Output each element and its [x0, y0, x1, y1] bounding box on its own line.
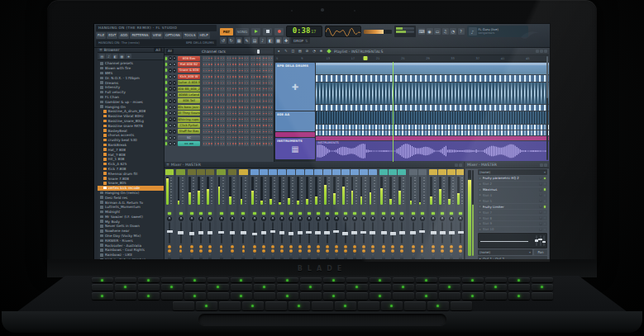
- mixer-strip[interactable]: [360, 169, 368, 263]
- step-cell[interactable]: [246, 62, 249, 67]
- step-cell[interactable]: [220, 74, 222, 79]
- step-cell[interactable]: [217, 92, 220, 97]
- step-cell[interactable]: [259, 123, 261, 128]
- quick-tool-icon-6[interactable]: ◧: [267, 37, 274, 44]
- step-cell[interactable]: [235, 87, 237, 92]
- step-cell[interactable]: [220, 87, 222, 92]
- playlist-track-header[interactable]: 808 AA: [275, 111, 315, 131]
- mixer-strip-color-tab[interactable]: [360, 169, 368, 175]
- play-button[interactable]: [251, 28, 260, 35]
- pattern-clip-row[interactable]: [316, 83, 549, 104]
- channel-pan-knob[interactable]: [169, 124, 172, 128]
- step-cell[interactable]: [253, 141, 255, 146]
- step-cell[interactable]: [211, 62, 213, 67]
- send-knob[interactable]: [335, 249, 338, 253]
- step-cell[interactable]: [217, 80, 220, 85]
- step-cell[interactable]: [229, 92, 231, 97]
- strip-pan-knob[interactable]: [390, 216, 395, 221]
- step-cell[interactable]: [253, 56, 255, 61]
- mixer-strip-color-tab[interactable]: [188, 169, 196, 175]
- step-cell[interactable]: [250, 111, 253, 116]
- step-cell[interactable]: [246, 80, 249, 85]
- step-cell[interactable]: [205, 68, 208, 73]
- mixer-strip[interactable]: [314, 169, 322, 263]
- step-cell[interactable]: [268, 74, 270, 79]
- channel-enable-led[interactable]: [165, 81, 167, 84]
- send-knob[interactable]: [362, 253, 365, 257]
- mixer-strip[interactable]: [447, 169, 456, 263]
- strip-mute-led[interactable]: [382, 212, 385, 215]
- playlist-tool-icon-5[interactable]: ◔: [312, 49, 317, 54]
- strip-volume-fader[interactable]: [432, 222, 434, 244]
- stop-button[interactable]: [263, 28, 272, 35]
- separator-track[interactable]: [316, 136, 549, 140]
- mixer-strip[interactable]: [332, 169, 341, 263]
- step-cell[interactable]: [246, 129, 249, 134]
- step-cell[interactable]: [265, 105, 268, 110]
- step-cell[interactable]: [259, 105, 261, 110]
- step-cell[interactable]: [222, 98, 225, 103]
- step-cell[interactable]: [253, 98, 255, 103]
- send-knob[interactable]: [421, 245, 424, 248]
- send-knob[interactable]: [344, 249, 347, 253]
- step-cell[interactable]: [250, 123, 253, 128]
- step-cell[interactable]: [235, 123, 237, 128]
- mixer-strip-color-tab[interactable]: [176, 169, 184, 175]
- step-cell[interactable]: [246, 117, 249, 122]
- step-cell[interactable]: [214, 135, 217, 140]
- fx-slot-mix-knob[interactable]: [539, 199, 542, 202]
- send-knob[interactable]: [432, 249, 435, 253]
- channel-pan-knob[interactable]: [169, 111, 172, 116]
- step-cell[interactable]: [268, 56, 270, 61]
- mixer-strip-color-tab[interactable]: [260, 169, 268, 175]
- step-cell[interactable]: [232, 105, 235, 110]
- step-cell[interactable]: [208, 62, 210, 67]
- step-cell[interactable]: [270, 80, 273, 85]
- fx-slot-enable-led[interactable]: [544, 217, 546, 220]
- channel-enable-led[interactable]: [165, 111, 167, 115]
- step-cell[interactable]: [232, 98, 235, 103]
- step-cell[interactable]: [270, 129, 273, 134]
- step-cell[interactable]: [229, 80, 231, 85]
- send-knob[interactable]: [344, 253, 347, 257]
- step-cell[interactable]: [227, 135, 229, 140]
- step-cell[interactable]: [208, 105, 210, 110]
- step-cell[interactable]: [268, 92, 270, 97]
- mixer-strip[interactable]: [351, 169, 359, 263]
- send-knob[interactable]: [344, 245, 347, 248]
- step-cell[interactable]: [229, 98, 231, 103]
- send-knob[interactable]: [289, 253, 293, 257]
- mixer-strip[interactable]: [217, 169, 225, 263]
- step-cell[interactable]: [270, 98, 273, 103]
- channel-enable-led[interactable]: [165, 88, 167, 91]
- mixer-strip-color-tab[interactable]: [296, 169, 304, 175]
- step-cell[interactable]: [268, 129, 270, 134]
- menu-view[interactable]: VIEW: [151, 32, 163, 39]
- step-cell[interactable]: [244, 129, 246, 134]
- step-cell[interactable]: [244, 141, 246, 146]
- step-cell[interactable]: [235, 62, 237, 67]
- step-cell[interactable]: [211, 68, 213, 73]
- send-knob[interactable]: [450, 245, 453, 248]
- send-knob[interactable]: [326, 249, 329, 253]
- strip-volume-fader[interactable]: [422, 222, 423, 244]
- strip-pan-knob[interactable]: [307, 216, 312, 221]
- mixer-strip-color-tab[interactable]: [217, 169, 225, 175]
- step-cell[interactable]: [232, 68, 235, 73]
- fx-slot[interactable]: ▸Slot 5: [478, 198, 547, 203]
- send-knob[interactable]: [317, 249, 320, 253]
- send-knob[interactable]: [271, 253, 274, 257]
- step-cell[interactable]: [222, 135, 225, 140]
- step-cell[interactable]: [232, 111, 235, 116]
- mixer-strip[interactable]: [278, 169, 286, 263]
- channel-volume-knob[interactable]: [173, 142, 176, 146]
- fx-preset-dropdown[interactable]: (none) ▾: [478, 169, 547, 175]
- step-cell[interactable]: [208, 123, 210, 128]
- playlist-track-header[interactable]: INSTRUMENTS▦: [275, 138, 315, 159]
- channel-pan-knob[interactable]: [169, 56, 172, 60]
- step-cell[interactable]: [220, 68, 222, 73]
- send-knob[interactable]: [412, 253, 415, 257]
- playlist-tool-icon-2[interactable]: ◫: [290, 49, 296, 54]
- step-cell[interactable]: [238, 111, 241, 116]
- step-cell[interactable]: [217, 74, 220, 79]
